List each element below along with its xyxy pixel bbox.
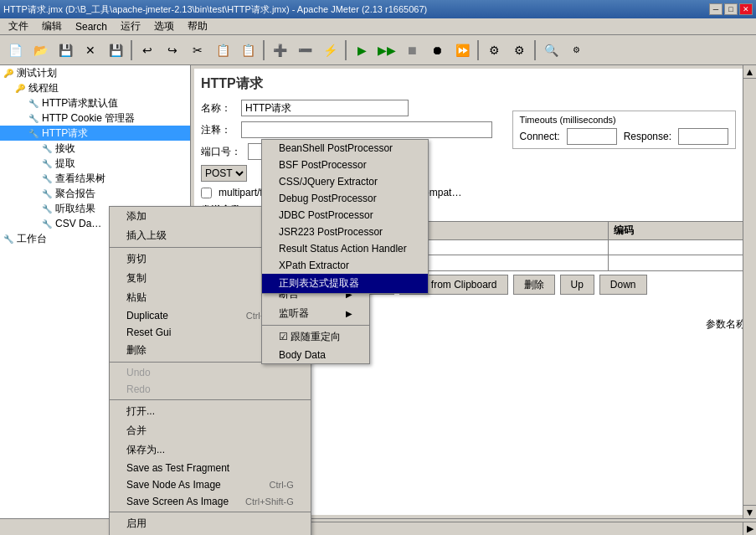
context-menu-item-redo: Redo (110, 381, 311, 398)
maximize-button[interactable]: □ (724, 3, 738, 15)
aggregate-icon: 🔧 (40, 187, 54, 200)
context-menu-save-node-image-label: Save Node As Image (126, 479, 221, 491)
view-results-icon: 🔧 (40, 172, 54, 185)
toolbar-new[interactable]: 📄 (3, 39, 27, 62)
menu-run[interactable]: 运行 (116, 18, 146, 35)
toolbar-sep3 (345, 40, 347, 60)
name-input[interactable] (241, 100, 409, 116)
tree-item-plan-label: 测试计划 (17, 66, 57, 80)
menu-help[interactable]: 帮助 (183, 18, 213, 35)
comment-input[interactable] (241, 121, 492, 138)
submenu-follow-redirects[interactable]: ☑ 跟随重定向 (262, 327, 369, 347)
context-menu-item-enable[interactable]: 启用 (110, 514, 311, 533)
submenu-body-data[interactable]: Body Data (262, 347, 369, 363)
toolbar-extra[interactable]: ⚙ (564, 39, 588, 62)
main-area: 🔑 测试计划 🔑 线程组 🔧 HTTP请求默认值 🔧 HTTP Cookie 管… (0, 65, 756, 518)
pp-jdbc-label: JDBC PostProcessor (279, 209, 373, 221)
toolbar-cut[interactable]: ✂ (186, 39, 209, 62)
toolbar-redo[interactable]: ↪ (161, 39, 184, 62)
context-menu-item-save-screen-image[interactable]: Save Screen As Image Ctrl+Shift-G (110, 493, 311, 510)
context-menu-save-screen-image-shortcut: Ctrl+Shift-G (245, 496, 294, 507)
context-menu-item-save-fragment[interactable]: Save as Test Fragment (110, 460, 311, 476)
toolbar-sep5 (534, 40, 536, 60)
toolbar-search[interactable]: 🔍 (539, 39, 563, 62)
menu-edit[interactable]: 编辑 (37, 18, 67, 35)
toolbar-clear[interactable]: ⏩ (450, 39, 474, 62)
pp-result-status[interactable]: Result Status Action Handler (262, 240, 428, 257)
scroll-up-arrow[interactable]: ▲ (743, 65, 756, 79)
toolbar-toggle[interactable]: ⚡ (318, 39, 342, 62)
tree-item-cookie[interactable]: 🔧 HTTP Cookie 管理器 (0, 111, 190, 126)
tree-item-workbench-label: 工作台 (17, 232, 47, 246)
param-encode-1 (608, 255, 745, 271)
tree-item-view-results-label: 查看结果树 (55, 172, 105, 186)
threadgroup-icon: 🔑 (13, 81, 27, 95)
scrollbar-right[interactable]: ▲ ▼ (743, 65, 756, 518)
context-menu-add-label: 添加 (126, 209, 147, 224)
scroll-down-arrow[interactable]: ▼ (743, 505, 756, 518)
tree-item-plan[interactable]: 🔑 测试计划 (0, 65, 190, 80)
multipart-checkbox[interactable] (201, 188, 212, 198)
toolbar-start-no-pause[interactable]: ▶▶ (375, 39, 399, 62)
toolbar-start[interactable]: ▶ (350, 39, 373, 62)
context-menu-delete-label: 删除 (126, 343, 147, 358)
menu-search[interactable]: Search (70, 19, 112, 34)
pp-debug[interactable]: Debug PostProcessor (262, 190, 428, 207)
tree-item-extract[interactable]: 🔧 提取 (0, 156, 190, 171)
context-menu-saveas-label: 保存为... (126, 443, 165, 457)
receive-icon: 🔧 (40, 141, 54, 155)
param-name-label: 参数名称 (706, 317, 746, 332)
toolbar-paste[interactable]: 📋 (236, 39, 260, 62)
tree-item-threadgroup[interactable]: 🔑 线程组 (0, 80, 190, 95)
pp-xpath[interactable]: XPath Extractor (262, 257, 428, 274)
toolbar-open[interactable]: 📂 (28, 39, 52, 62)
toolbar-save2[interactable]: 💾 (104, 39, 127, 62)
http-request-icon: 🔧 (27, 126, 40, 140)
method-select[interactable]: POST GET (201, 165, 247, 182)
response-input[interactable] (678, 128, 728, 145)
tree-item-view-results[interactable]: 🔧 查看结果树 (0, 171, 190, 186)
pp-jsr223-label: JSR223 PostProcessor (279, 226, 383, 238)
toolbar-shutdown[interactable]: ⏺ (425, 39, 449, 62)
menu-file[interactable]: 文件 (3, 18, 33, 35)
timeouts-row: Connect: Response: (520, 128, 728, 145)
toolbar-copy[interactable]: 📋 (211, 39, 234, 62)
menu-options[interactable]: 选项 (149, 18, 179, 35)
toolbar-close[interactable]: ✕ (79, 39, 102, 62)
toolbar-collapse[interactable]: ➖ (293, 39, 316, 62)
up-button[interactable]: Up (560, 275, 594, 295)
close-button[interactable]: ✕ (739, 3, 753, 15)
pp-regex[interactable]: 正则表达式提取器 (262, 274, 428, 293)
down-button[interactable]: Down (599, 275, 647, 295)
minimize-button[interactable]: ─ (709, 3, 723, 15)
tree-item-receive[interactable]: 🔧 接收 (0, 141, 190, 156)
connect-input[interactable] (567, 128, 617, 145)
tree-item-http-defaults[interactable]: 🔧 HTTP请求默认值 (0, 95, 190, 111)
pp-jsr223[interactable]: JSR223 PostProcessor (262, 224, 428, 240)
submenu-listener[interactable]: 监听器 (262, 304, 369, 323)
toolbar-settings2[interactable]: ⚙ (507, 39, 531, 62)
context-menu-item-save-node-image[interactable]: Save Node As Image Ctrl-G (110, 476, 311, 493)
pp-bsf[interactable]: BSF PostProcessor (262, 157, 428, 173)
toolbar-stop[interactable]: ⏹ (400, 39, 424, 62)
toolbar-undo[interactable]: ↩ (136, 39, 159, 62)
context-menu-sep4 (110, 512, 311, 512)
title-bar: HTTP请求.jmx (D:\B_工具\apache-jmeter-2.13\b… (0, 0, 756, 18)
context-menu-item-merge[interactable]: 合并 (110, 421, 311, 440)
delete-button[interactable]: 删除 (513, 275, 555, 295)
toolbar-sep2 (263, 40, 265, 60)
tree-item-cookie-label: HTTP Cookie 管理器 (42, 111, 135, 126)
http-form-title: HTTP请求 (201, 75, 746, 93)
submenu-sep1 (262, 325, 369, 326)
tree-item-http-request[interactable]: 🔧 HTTP请求 (0, 126, 190, 141)
pp-jdbc[interactable]: JDBC PostProcessor (262, 207, 428, 224)
pp-css-jquery[interactable]: CSS/JQuery Extractor (262, 173, 428, 190)
toolbar-save[interactable]: 💾 (54, 39, 77, 62)
pp-beanshell[interactable]: BeanShell PostProcessor (262, 140, 428, 157)
tree-item-aggregate[interactable]: 🔧 聚合报告 (0, 186, 190, 201)
toolbar-settings1[interactable]: ⚙ (482, 39, 506, 62)
scroll-right-arrow[interactable]: ▶ (743, 522, 756, 535)
context-menu-item-saveas[interactable]: 保存为... (110, 440, 311, 460)
toolbar-expand[interactable]: ➕ (268, 39, 291, 62)
context-menu-item-open[interactable]: 打开... (110, 402, 311, 421)
